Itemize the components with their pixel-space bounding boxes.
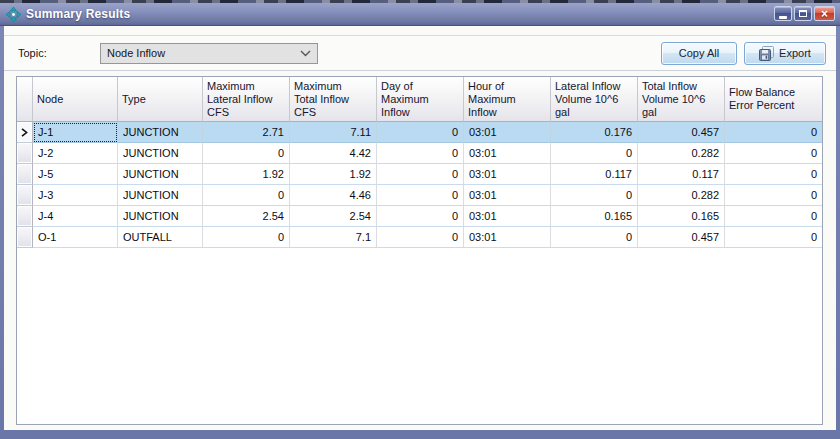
row-indicator[interactable] [17, 164, 33, 185]
table-row[interactable]: J-3 JUNCTION 0 4.46 0 03:01 0 0.282 0 [17, 185, 822, 206]
column-header-type[interactable]: Type [118, 77, 203, 122]
window-frame: Topic: Node Inflow Copy All [0, 26, 840, 439]
summary-results-window: Summary Results × Topic: Node Inflow [0, 3, 840, 439]
cell[interactable]: J-4 [33, 206, 118, 227]
cell[interactable]: 0 [551, 185, 638, 206]
cell[interactable]: 0 [203, 227, 290, 248]
cell[interactable]: 0.117 [551, 164, 638, 185]
cell[interactable]: 0 [377, 206, 464, 227]
cell[interactable]: 7.11 [290, 122, 377, 143]
cell[interactable]: 03:01 [464, 227, 551, 248]
cell[interactable]: 03:01 [464, 122, 551, 143]
cell[interactable]: 0 [377, 185, 464, 206]
topic-dropdown-value: Node Inflow [107, 47, 300, 59]
cell[interactable]: 1.92 [203, 164, 290, 185]
results-table: Node Type Maximum Lateral Inflow CFS Max… [16, 76, 823, 425]
cell[interactable]: 0.165 [551, 206, 638, 227]
cell[interactable]: 7.1 [290, 227, 377, 248]
cell[interactable]: 0 [725, 227, 822, 248]
titlebar[interactable]: Summary Results × [0, 3, 840, 26]
cell[interactable]: 0 [377, 143, 464, 164]
row-indicator[interactable] [17, 185, 33, 206]
column-header-hour-of-max-inflow[interactable]: Hour of Maximum Inflow [464, 77, 551, 122]
cell[interactable]: 03:01 [464, 185, 551, 206]
close-icon: × [821, 8, 828, 20]
cell[interactable]: 0 [551, 143, 638, 164]
cell[interactable]: 0 [725, 164, 822, 185]
cell[interactable]: 0 [725, 206, 822, 227]
cell[interactable]: 0.282 [638, 185, 725, 206]
cell[interactable]: O-1 [33, 227, 118, 248]
cell[interactable]: 1.92 [290, 164, 377, 185]
topic-dropdown[interactable]: Node Inflow [100, 43, 318, 64]
toolbar: Topic: Node Inflow Copy All [4, 35, 836, 71]
cell[interactable]: J-1 [33, 122, 118, 143]
cell[interactable]: 0.165 [638, 206, 725, 227]
column-header-lateral-inflow-volume[interactable]: Lateral Inflow Volume 10^6 gal [551, 77, 638, 122]
row-indicator[interactable] [17, 206, 33, 227]
cell[interactable]: 03:01 [464, 143, 551, 164]
cell[interactable]: 0.457 [638, 122, 725, 143]
cell[interactable]: 0.176 [551, 122, 638, 143]
cell[interactable]: 0 [203, 185, 290, 206]
column-header-node[interactable]: Node [33, 77, 118, 122]
cell[interactable]: 2.71 [203, 122, 290, 143]
cell[interactable]: 03:01 [464, 164, 551, 185]
cell[interactable]: 0 [725, 185, 822, 206]
cell[interactable]: 0 [377, 164, 464, 185]
row-indicator[interactable] [17, 143, 33, 164]
table-header-row: Node Type Maximum Lateral Inflow CFS Max… [17, 77, 822, 122]
cell[interactable]: 0 [377, 122, 464, 143]
cell[interactable]: JUNCTION [118, 122, 203, 143]
maximize-button[interactable] [794, 6, 812, 21]
cell[interactable]: JUNCTION [118, 143, 203, 164]
cell[interactable]: 2.54 [290, 206, 377, 227]
cell[interactable]: JUNCTION [118, 164, 203, 185]
cell[interactable]: 0.117 [638, 164, 725, 185]
window-title: Summary Results [26, 7, 130, 21]
table-row[interactable]: J-2 JUNCTION 0 4.42 0 03:01 0 0.282 0 [17, 143, 822, 164]
cell[interactable]: J-5 [33, 164, 118, 185]
chevron-down-icon [300, 50, 311, 57]
row-indicator[interactable] [17, 122, 33, 143]
copy-all-button[interactable]: Copy All [661, 42, 737, 65]
cell[interactable]: J-2 [33, 143, 118, 164]
table-row[interactable]: J-5 JUNCTION 1.92 1.92 0 03:01 0.117 0.1… [17, 164, 822, 185]
node-compass-icon [6, 7, 21, 22]
export-button[interactable]: Export [744, 42, 826, 65]
right-arrow-icon [21, 128, 28, 137]
cell[interactable]: 4.42 [290, 143, 377, 164]
cell[interactable]: J-3 [33, 185, 118, 206]
cell[interactable]: JUNCTION [118, 185, 203, 206]
export-label: Export [779, 47, 811, 59]
minimize-button[interactable] [774, 6, 792, 21]
minimize-icon [779, 16, 787, 19]
cell[interactable]: JUNCTION [118, 206, 203, 227]
cell[interactable]: 0.282 [638, 143, 725, 164]
cell[interactable]: OUTFALL [118, 227, 203, 248]
table-row[interactable]: J-1 JUNCTION 2.71 7.11 0 03:01 0.176 0.4… [17, 122, 822, 143]
floppy-disk-icon [759, 46, 774, 61]
cell[interactable]: 0 [551, 227, 638, 248]
cell[interactable]: 0.457 [638, 227, 725, 248]
column-header-max-lateral-inflow[interactable]: Maximum Lateral Inflow CFS [203, 77, 290, 122]
cell[interactable]: 4.46 [290, 185, 377, 206]
cell[interactable]: 2.54 [203, 206, 290, 227]
cell[interactable]: 0 [203, 143, 290, 164]
cell[interactable]: 03:01 [464, 206, 551, 227]
row-indicator[interactable] [17, 227, 33, 248]
table-row[interactable]: O-1 OUTFALL 0 7.1 0 03:01 0 0.457 0 [17, 227, 822, 248]
cell[interactable]: 0 [377, 227, 464, 248]
column-header-flow-balance-error[interactable]: Flow Balance Error Percent [725, 77, 822, 122]
header-row-indicator [17, 77, 33, 122]
table-empty-area [17, 248, 822, 424]
cell[interactable]: 0 [725, 122, 822, 143]
column-header-max-total-inflow[interactable]: Maximum Total Inflow CFS [290, 77, 377, 122]
column-header-day-of-max-inflow[interactable]: Day of Maximum Inflow [377, 77, 464, 122]
cell[interactable]: 0 [725, 143, 822, 164]
column-header-total-inflow-volume[interactable]: Total Inflow Volume 10^6 gal [638, 77, 725, 122]
table-row[interactable]: J-4 JUNCTION 2.54 2.54 0 03:01 0.165 0.1… [17, 206, 822, 227]
window-body: Topic: Node Inflow Copy All [4, 26, 836, 430]
close-button[interactable]: × [814, 6, 835, 21]
topic-label: Topic: [18, 47, 100, 59]
